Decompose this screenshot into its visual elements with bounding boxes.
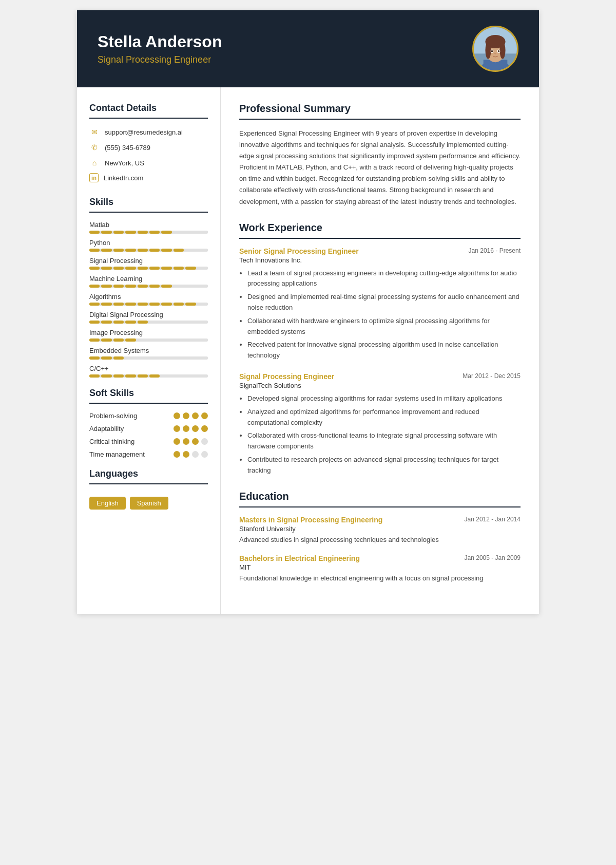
job-bullet: Received patent for innovative signal pr… xyxy=(247,340,521,361)
job-item: Senior Signal Processing EngineerJan 201… xyxy=(239,247,521,361)
skill-segment xyxy=(161,321,171,324)
skill-segment xyxy=(101,249,111,252)
soft-skill-item: Problem-solving xyxy=(89,412,208,420)
soft-skill-dot xyxy=(192,438,199,445)
job-dates: Mar 2012 - Dec 2015 xyxy=(463,372,521,380)
soft-skill-name: Critical thinking xyxy=(89,438,174,445)
skill-segment xyxy=(149,374,160,378)
edu-header: Bachelors in Electrical EngineeringJan 2… xyxy=(239,554,521,562)
skill-segment xyxy=(138,303,148,306)
skill-segment xyxy=(185,321,196,324)
skill-segment xyxy=(185,374,196,378)
soft-skill-dots xyxy=(174,412,208,419)
skill-segment xyxy=(89,321,100,324)
skill-segment xyxy=(125,267,136,270)
header: Stella Anderson Signal Processing Engine… xyxy=(77,10,539,87)
jobs-list: Senior Signal Processing EngineerJan 201… xyxy=(239,247,521,476)
soft-skills-divider xyxy=(89,403,208,404)
education-section: Education Masters in Signal Processing E… xyxy=(239,491,521,585)
skill-segment xyxy=(89,303,100,306)
skill-segment xyxy=(161,339,171,342)
skill-segment xyxy=(161,249,171,252)
skill-segment xyxy=(113,356,124,360)
contact-email: ✉ support@resumedesign.ai xyxy=(89,127,208,137)
skill-item: Python xyxy=(89,239,208,252)
job-bullets: Lead a team of signal processing enginee… xyxy=(239,268,521,361)
skill-segment xyxy=(138,356,148,360)
skill-segment xyxy=(149,249,160,252)
skill-bar xyxy=(89,374,208,378)
job-header: Senior Signal Processing EngineerJan 201… xyxy=(239,247,521,255)
skill-name: Digital Signal Processing xyxy=(89,311,208,318)
skill-bar xyxy=(89,356,208,360)
skill-segment xyxy=(89,374,100,378)
main-content: Professional Summary Experienced Signal … xyxy=(221,87,539,614)
skill-segment xyxy=(101,267,111,270)
skill-segment xyxy=(89,356,100,360)
skill-item: Image Processing xyxy=(89,329,208,342)
job-item: Signal Processing EngineerMar 2012 - Dec… xyxy=(239,372,521,476)
skill-segment xyxy=(161,356,171,360)
skills-section: Skills MatlabPythonSignal ProcessingMach… xyxy=(89,197,208,378)
skill-segment xyxy=(149,303,160,306)
edu-degree: Masters in Signal Processing Engineering xyxy=(239,516,382,524)
skill-bar xyxy=(89,303,208,306)
skill-segment xyxy=(185,339,196,342)
skill-segment xyxy=(138,231,148,234)
skill-segment xyxy=(185,356,196,360)
svg-point-11 xyxy=(491,50,493,52)
skill-segment xyxy=(113,303,124,306)
edu-dates: Jan 2005 - Jan 2009 xyxy=(465,554,521,561)
skill-segment xyxy=(185,249,196,252)
soft-skill-dot xyxy=(201,451,208,458)
edu-description: Foundational knowledge in electrical eng… xyxy=(239,573,521,584)
job-bullet: Analyzed and optimized algorithms for pe… xyxy=(247,407,521,428)
skills-divider xyxy=(89,212,208,213)
skill-name: Machine Learning xyxy=(89,275,208,283)
skill-segment xyxy=(113,267,124,270)
soft-skill-dot xyxy=(174,451,180,458)
job-title: Senior Signal Processing Engineer xyxy=(239,247,359,255)
work-experience-title: Work Experience xyxy=(239,222,521,234)
skill-name: Matlab xyxy=(89,221,208,229)
skill-segment xyxy=(125,285,136,288)
education-item: Masters in Signal Processing Engineering… xyxy=(239,516,521,546)
languages-title: Languages xyxy=(89,468,208,479)
skill-segment xyxy=(161,285,171,288)
soft-skill-name: Problem-solving xyxy=(89,412,174,420)
skill-segment xyxy=(198,267,208,270)
skill-segment xyxy=(138,267,148,270)
summary-divider xyxy=(239,119,521,120)
skill-bar xyxy=(89,267,208,270)
skill-segment xyxy=(89,231,100,234)
skill-segment xyxy=(161,303,171,306)
skill-segment xyxy=(138,249,148,252)
work-experience-section: Work Experience Senior Signal Processing… xyxy=(239,222,521,476)
skill-name: Image Processing xyxy=(89,329,208,336)
skill-segment xyxy=(149,267,160,270)
skill-name: Algorithms xyxy=(89,293,208,300)
skill-segment xyxy=(125,339,136,342)
summary-text: Experienced Signal Processing Engineer w… xyxy=(239,128,521,208)
skill-segment xyxy=(185,267,196,270)
candidate-name: Stella Anderson xyxy=(98,32,222,51)
languages-list: EnglishSpanish xyxy=(89,493,208,510)
edu-school: Stanford University xyxy=(239,525,521,533)
skill-name: C/C++ xyxy=(89,365,208,372)
languages-section: Languages EnglishSpanish xyxy=(89,468,208,510)
language-tag: English xyxy=(89,497,126,510)
skill-name: Signal Processing xyxy=(89,257,208,265)
soft-skill-dot xyxy=(192,451,199,458)
skills-title: Skills xyxy=(89,197,208,208)
skill-name: Embedded Systems xyxy=(89,347,208,354)
avatar-image xyxy=(474,27,517,70)
soft-skill-dot xyxy=(201,438,208,445)
contact-divider xyxy=(89,118,208,119)
contact-phone: ✆ (555) 345-6789 xyxy=(89,142,208,153)
summary-title: Professional Summary xyxy=(239,103,521,115)
location-icon: ⌂ xyxy=(89,158,100,168)
skills-list: MatlabPythonSignal ProcessingMachine Lea… xyxy=(89,221,208,378)
skill-segment xyxy=(198,356,208,360)
skill-segment xyxy=(101,374,111,378)
soft-skill-dots xyxy=(174,438,208,445)
